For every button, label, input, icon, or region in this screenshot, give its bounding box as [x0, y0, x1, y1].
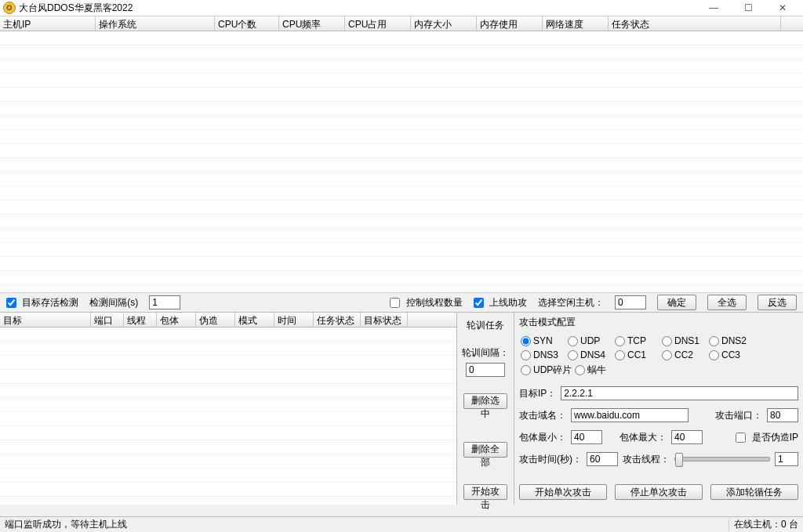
- table-row[interactable]: [0, 412, 456, 426]
- table-row[interactable]: [0, 74, 803, 88]
- task-col-3[interactable]: 包体: [157, 313, 196, 327]
- stop-single-button[interactable]: 停止单次攻击: [615, 484, 703, 500]
- table-row[interactable]: [0, 215, 803, 229]
- table-row[interactable]: [0, 342, 456, 356]
- attack-domain-input[interactable]: [571, 408, 689, 422]
- host-col-8[interactable]: 任务状态: [609, 16, 781, 31]
- task-col-5[interactable]: 模式: [235, 313, 274, 327]
- close-button[interactable]: ✕: [765, 0, 800, 16]
- table-row[interactable]: [0, 483, 456, 497]
- task-col-0[interactable]: 目标: [0, 313, 91, 327]
- table-row[interactable]: [0, 370, 456, 384]
- task-table-body[interactable]: [0, 328, 456, 505]
- mode-radio-UDP[interactable]: UDP: [568, 335, 612, 346]
- attack-thread-input[interactable]: [775, 452, 798, 466]
- add-cycle-button[interactable]: 添加轮循任务: [710, 484, 798, 500]
- poll-interval-input[interactable]: [466, 363, 505, 377]
- control-threads-checkbox[interactable]: 控制线程数量: [390, 296, 462, 309]
- table-row[interactable]: [0, 31, 803, 45]
- table-row[interactable]: [0, 201, 803, 215]
- host-table-body[interactable]: [0, 31, 803, 292]
- mode-radio-CC1[interactable]: CC1: [615, 349, 659, 360]
- table-row[interactable]: [0, 384, 456, 398]
- mode-radio-CC2[interactable]: CC2: [662, 349, 706, 360]
- config-title: 攻击模式配置: [519, 316, 798, 329]
- mode-radio-蜗牛[interactable]: 蜗牛: [575, 364, 619, 377]
- attack-time-input[interactable]: [587, 452, 618, 466]
- table-row[interactable]: [0, 144, 803, 158]
- table-row[interactable]: [0, 186, 803, 201]
- app-icon: ✪: [3, 2, 16, 14]
- target-ip-input[interactable]: [561, 386, 798, 400]
- table-row[interactable]: [0, 440, 456, 454]
- task-col-2[interactable]: 线程: [124, 313, 157, 327]
- host-table-header: 主机IP操作系统CPU个数CPU频率CPU占用内存大小内存使用网络速度任务状态: [0, 16, 803, 31]
- task-col-8[interactable]: 目标状态: [361, 313, 408, 327]
- mode-radio-DNS3[interactable]: DNS3: [521, 349, 565, 360]
- thread-slider[interactable]: [674, 457, 770, 461]
- minimize-button[interactable]: —: [696, 0, 731, 16]
- host-col-7[interactable]: 网络速度: [543, 16, 609, 31]
- mode-radio-TCP[interactable]: TCP: [615, 335, 659, 346]
- table-row[interactable]: [0, 454, 456, 469]
- table-row[interactable]: [0, 285, 803, 292]
- table-row[interactable]: [0, 328, 456, 342]
- host-col-3[interactable]: CPU频率: [279, 16, 345, 31]
- confirm-button[interactable]: 确定: [657, 295, 696, 310]
- select-all-button[interactable]: 全选: [707, 295, 747, 310]
- start-attack-button[interactable]: 开始攻击: [463, 484, 507, 500]
- mode-radio-DNS4[interactable]: DNS4: [568, 349, 612, 360]
- attack-port-input[interactable]: [767, 408, 798, 422]
- table-row[interactable]: [0, 158, 803, 172]
- options-bar: 目标存活检测 检测间隔(s) 控制线程数量 上线助攻 选择空闲主机： 确定 全选…: [0, 292, 803, 312]
- interval-input[interactable]: [149, 295, 180, 309]
- mode-radio-CC3[interactable]: CC3: [709, 349, 753, 360]
- window-title: 大台风DDOS华夏黑客2022: [19, 2, 133, 15]
- table-row[interactable]: [0, 426, 456, 440]
- table-row[interactable]: [0, 130, 803, 144]
- table-row[interactable]: [0, 469, 456, 483]
- table-row[interactable]: [0, 497, 456, 505]
- task-col-7[interactable]: 任务状态: [314, 313, 361, 327]
- host-col-0[interactable]: 主机IP: [0, 16, 96, 31]
- table-row[interactable]: [0, 60, 803, 74]
- table-row[interactable]: [0, 88, 803, 102]
- mode-radio-SYN[interactable]: SYN: [521, 335, 565, 346]
- task-col-6[interactable]: 时间: [274, 313, 314, 327]
- host-col-4[interactable]: CPU占用: [345, 16, 411, 31]
- host-col-1[interactable]: 操作系统: [96, 16, 215, 31]
- spoof-ip-checkbox[interactable]: 是否伪造IP: [736, 431, 798, 444]
- attack-config-panel: 攻击模式配置 SYNUDPTCPDNS1DNS2DNS3DNS4CC1CC2CC…: [514, 313, 803, 505]
- target-ip-label: 目标IP：: [519, 387, 556, 400]
- table-row[interactable]: [0, 398, 456, 412]
- table-row[interactable]: [0, 45, 803, 60]
- table-row[interactable]: [0, 102, 803, 116]
- alive-check-checkbox[interactable]: 目标存活检测: [6, 296, 78, 309]
- task-col-4[interactable]: 伪造: [196, 313, 235, 327]
- mode-radio-UDP碎片[interactable]: UDP碎片: [521, 364, 572, 377]
- table-row[interactable]: [0, 243, 803, 257]
- select-idle-input[interactable]: [615, 295, 646, 309]
- invert-select-button[interactable]: 反选: [758, 295, 797, 310]
- host-col-5[interactable]: 内存大小: [411, 16, 477, 31]
- attack-port-label: 攻击端口：: [715, 409, 762, 422]
- table-row[interactable]: [0, 229, 803, 243]
- delete-selected-button[interactable]: 删除选中: [463, 393, 507, 409]
- task-col-1[interactable]: 端口: [91, 313, 124, 327]
- table-row[interactable]: [0, 257, 803, 271]
- table-row[interactable]: [0, 356, 456, 370]
- mode-radio-DNS1[interactable]: DNS1: [662, 335, 706, 346]
- host-col-6[interactable]: 内存使用: [477, 16, 543, 31]
- min-packet-input[interactable]: [571, 430, 602, 444]
- host-col-2[interactable]: CPU个数: [215, 16, 279, 31]
- table-row[interactable]: [0, 116, 803, 130]
- maximize-button[interactable]: ☐: [731, 0, 765, 16]
- start-single-button[interactable]: 开始单次攻击: [519, 484, 607, 500]
- delete-all-button[interactable]: 删除全部: [463, 442, 507, 458]
- max-packet-input[interactable]: [671, 430, 703, 444]
- table-row[interactable]: [0, 172, 803, 186]
- table-row[interactable]: [0, 271, 803, 285]
- online-assist-checkbox[interactable]: 上线助攻: [474, 296, 527, 309]
- mode-radio-DNS2[interactable]: DNS2: [709, 335, 753, 346]
- max-packet-label: 包体最大：: [620, 431, 667, 444]
